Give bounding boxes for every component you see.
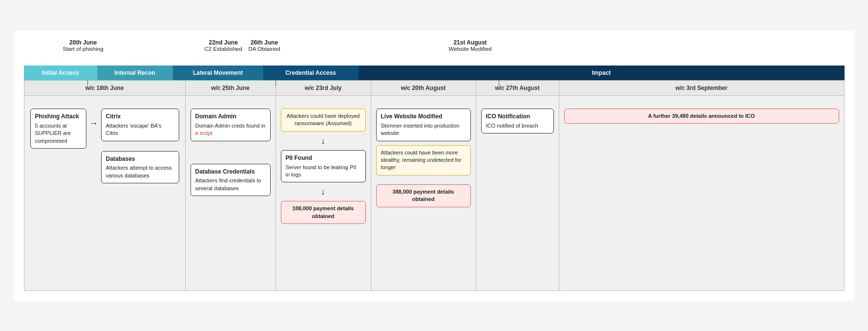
card-stealthy: Attackers could have been more stealthy,… (376, 145, 471, 176)
col-18june: Phishing Attack 5 accounts at SUPPLIER a… (24, 96, 186, 290)
card-phishing: Phishing Attack 5 accounts at SUPPLIER a… (30, 109, 86, 149)
phase-initial-access: Initial Access (24, 66, 97, 80)
card-domain-admin: Domain Admin Domain Admin creds found in… (191, 109, 271, 141)
card-payment-108k: 108,000 payment details obtained (281, 201, 366, 224)
week-25jun: w/c 25th June (186, 81, 276, 95)
diagram-wrapper: 20th June Start of phishing 22nd June C2… (14, 30, 854, 301)
arrow-down-1: ↓ (321, 136, 325, 145)
col-3sep: A further 39,480 details announced to IC… (559, 96, 844, 290)
phase-bar: Initial Access Internal Recon Lateral Mo… (24, 66, 845, 80)
tick-1 (87, 80, 88, 86)
card-ico-notification: ICO Notification ICO notified of breach (481, 109, 554, 133)
card-databases: Databases Attackers attempt to access va… (101, 151, 179, 184)
tick-2 (275, 80, 276, 86)
date-22june: 22nd June C2 Established (205, 39, 242, 52)
weeks-row: w/c 18th June w/c 25th June w/c 23rd Jul… (24, 80, 845, 95)
content-area: Phishing Attack 5 accounts at SUPPLIER a… (24, 95, 845, 291)
card-db-credentials: Database Credentials Attackers find cred… (191, 164, 271, 197)
dates-row: 20th June Start of phishing 22nd June C2… (24, 39, 845, 64)
phase-credential-access: Credential Access (263, 66, 359, 80)
date-26june: 26th June DA Obtained (249, 39, 280, 52)
tick-3 (499, 80, 499, 86)
arrow-down-2: ↓ (321, 187, 325, 196)
week-23jul: w/c 23rd July (276, 81, 371, 95)
week-20aug: w/c 20th August (371, 81, 476, 95)
week-3sep: w/c 3rd September (559, 81, 844, 95)
date-21aug: 21st August Website Modified (449, 39, 492, 52)
week-18jun: w/c 18th June (24, 81, 186, 95)
phase-impact: Impact (359, 66, 845, 80)
card-ransomware-assumed: Attackers could have deployed ransomware… (281, 109, 366, 132)
col-25june: Domain Admin Domain Admin creds found in… (186, 96, 276, 290)
col-20aug: Live Website Modified Skimmer inserted i… (371, 96, 476, 290)
card-pii-found: PII Found Server found to be leaking PII… (281, 150, 366, 183)
col-27aug: ICO Notification ICO notified of breach (476, 96, 559, 290)
card-further-details: A further 39,480 details announced to IC… (564, 109, 839, 124)
card-citrix: Citrix Attackers 'escape' BA's Citrix (101, 109, 179, 141)
phase-lateral-movement: Lateral Movement (173, 66, 263, 80)
week-27aug: w/c 27th August (476, 81, 559, 95)
phase-internal-recon: Internal Recon (97, 66, 173, 80)
card-live-website: Live Website Modified Skimmer inserted i… (376, 109, 471, 141)
card-payment-388k: 388,000 payment details obtained (376, 184, 471, 207)
col-23july: Attackers could have deployed ransomware… (276, 96, 371, 290)
date-20june: 20th June Start of phishing (63, 39, 104, 52)
